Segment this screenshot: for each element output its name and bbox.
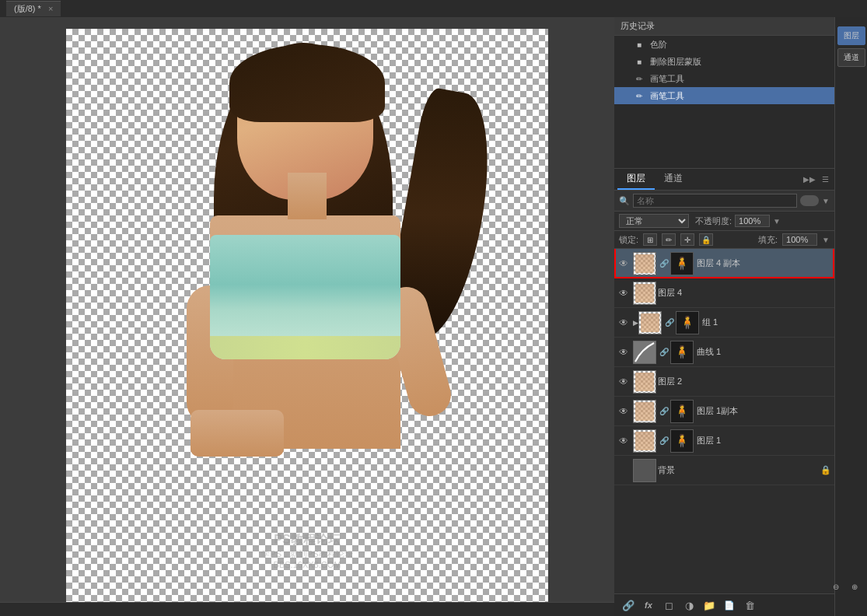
tab-channels[interactable]: 通道 [655, 169, 692, 190]
history-item-h1[interactable]: ■ 色阶 [614, 36, 834, 53]
canvas-image [66, 29, 548, 604]
lock-label: 锁定: [619, 234, 638, 246]
lock-row: 锁定: ⊞ ✏ ✛ 🔒 填充: ▼ [614, 231, 834, 249]
zoom-plus-icon[interactable]: ⊕ [848, 580, 861, 593]
layer-row-background[interactable]: 背景 🔒 [614, 456, 834, 485]
tab-close-button[interactable]: × [48, 4, 53, 13]
layer-eye-toggle[interactable] [617, 464, 630, 477]
layer-row-group_1[interactable]: 👁 ▶ 🔗 🧍 组 1 [614, 308, 834, 338]
layer-mask-thumb: 🧍 [676, 311, 699, 334]
blend-mode-row: 正常 不透明度: ▼ [614, 212, 834, 231]
history-item-icon: ■ [633, 38, 645, 51]
panel-menu-icon[interactable]: ☰ [819, 173, 831, 186]
fill-input[interactable] [782, 233, 817, 246]
search-filter-arrow[interactable]: ▼ [822, 197, 830, 205]
layer-eye-toggle[interactable]: 👁 [617, 317, 630, 329]
new-group-button[interactable]: 📁 [701, 597, 717, 613]
layer-link-icon[interactable]: 🔗 [664, 317, 675, 328]
layer-thumbnail [633, 400, 656, 423]
history-item-label: 画笔工具 [650, 73, 684, 85]
layer-eye-toggle[interactable]: 👁 [617, 405, 630, 418]
group-arrow-icon[interactable]: ▶ [633, 319, 638, 327]
layer-row-curves_1[interactable]: 👁 🔗 🧍 曲线 1 [614, 338, 834, 367]
layer-eye-toggle[interactable]: 👁 [617, 435, 630, 447]
document-tab[interactable]: (版/8) * × [6, 1, 61, 16]
lock-transparent-btn[interactable]: ⊞ [643, 233, 657, 246]
layer-row-layer_4_copy[interactable]: 👁 🔗 🧍 图层 4 副本 [614, 249, 834, 278]
fill-label: 填充: [758, 234, 778, 246]
layers-list: 👁 🔗 🧍 图层 4 副本 👁 图层 4 👁 ▶ 🔗 🧍 组 1 👁 [614, 249, 834, 593]
layer-row-layer_1_copy[interactable]: 👁 🔗 🧍 图层 1副本 [614, 397, 834, 426]
lock-all-btn[interactable]: 🔒 [699, 233, 713, 246]
layer-thumbnail [633, 459, 656, 482]
zoom-minus-icon[interactable]: ⊖ [830, 580, 842, 593]
top-bar: (版/8) * × [0, 0, 867, 17]
lock-fill-wrapper: 锁定: ⊞ ✏ ✛ 🔒 填充: ▼ [614, 231, 834, 249]
layer-name-label: 组 1 [702, 317, 831, 328]
tab-layers[interactable]: 图层 [617, 169, 655, 190]
fx-button[interactable]: fx [641, 597, 656, 613]
history-item-h4[interactable]: ✏ 画笔工具 [614, 87, 834, 104]
opacity-label: 不透明度: [695, 215, 732, 227]
layer-thumbnail [633, 370, 656, 394]
canvas-container [66, 29, 548, 604]
filter-toggle[interactable] [800, 195, 819, 206]
layer-link-icon[interactable]: 🔗 [659, 436, 669, 446]
delete-layer-button[interactable]: 🗑 [742, 597, 757, 613]
history-item-h2[interactable]: ■ 删除图层蒙版 [614, 53, 834, 70]
panel-channels-button[interactable]: 通道 [837, 48, 865, 67]
history-item-icon: ✏ [633, 72, 645, 85]
tab-title: (版/8) * [14, 4, 41, 13]
layer-row-layer_4[interactable]: 👁 图层 4 [614, 278, 834, 308]
panel-layers-button[interactable]: 图层 [837, 26, 865, 45]
panel-arrow-icon[interactable]: ▶▶ [803, 173, 816, 186]
layers-section: 图层 通道 ▶▶ ☰ 🔍 ▼ 正常 不透明度: ▼ 锁定: [614, 169, 834, 616]
lock-position-btn[interactable]: ✛ [680, 233, 694, 246]
layer-eye-toggle[interactable]: 👁 [617, 346, 630, 359]
layer-name-label: 背景 [658, 464, 817, 476]
layers-tab-right: ▶▶ ☰ [803, 173, 831, 186]
history-title: 历史记录 [621, 21, 655, 30]
layer-thumbnail [633, 341, 656, 364]
layer-link-icon[interactable]: 🔗 [659, 347, 669, 358]
layer-name-label: 曲线 1 [697, 346, 831, 358]
layer-thumbnail [633, 429, 656, 453]
search-icon: 🔍 [619, 196, 630, 206]
layer-eye-toggle[interactable]: 👁 [617, 376, 630, 388]
right-panel: 历史记录 ■ 色阶 ■ 删除图层蒙版 ✏ 画笔工具 ✏ 画笔工具 图层 通道 ▶… [614, 17, 834, 616]
history-items-list: ■ 色阶 ■ 删除图层蒙版 ✏ 画笔工具 ✏ 画笔工具 [614, 36, 834, 104]
layer-name-label: 图层 4 [658, 287, 831, 299]
opacity-arrow[interactable]: ▼ [773, 217, 781, 226]
layers-bottom-toolbar: 🔗 fx ◻ ◑ 📁 📄 🗑 [614, 593, 834, 616]
history-item-label: 色阶 [650, 39, 667, 51]
history-panel: 历史记录 ■ 色阶 ■ 删除图层蒙版 ✏ 画笔工具 ✏ 画笔工具 [614, 17, 834, 169]
layer-eye-toggle[interactable]: 👁 [617, 257, 630, 270]
opacity-input[interactable] [735, 215, 770, 227]
adjustment-button[interactable]: ◑ [681, 597, 697, 613]
layer-row-layer_1[interactable]: 👁 🔗 🧍 图层 1 [614, 426, 834, 456]
layers-search-input[interactable] [633, 194, 797, 208]
neck [288, 173, 327, 219]
layer-name-label: 图层 1副本 [697, 405, 831, 417]
history-item-h3[interactable]: ✏ 画笔工具 [614, 70, 834, 87]
panel-buttons: 图层 通道 [837, 26, 865, 68]
layer-eye-toggle[interactable]: 👁 [617, 287, 630, 299]
canvas-area: PS教程论坛 学PS，就到PS教程论坛 BBS.16XX8.COM [0, 17, 614, 616]
fill-arrow[interactable]: ▼ [822, 236, 830, 244]
layer-link-icon[interactable]: 🔗 [659, 406, 669, 417]
layer-name-label: 图层 4 副本 [697, 257, 831, 269]
history-item-icon: ✏ [633, 89, 645, 102]
blend-mode-select[interactable]: 正常 [619, 214, 689, 228]
layer-link-icon[interactable]: 🔗 [659, 258, 669, 269]
history-item-label: 画笔工具 [650, 90, 684, 102]
layer-thumbnail [633, 252, 656, 275]
bra-band [210, 336, 400, 359]
bottom-right-controls: ⊖ ⊕ [830, 580, 861, 593]
history-item-label: 删除图层蒙版 [650, 56, 701, 68]
new-layer-button[interactable]: 📄 [722, 597, 737, 613]
lock-pixels-btn[interactable]: ✏ [662, 233, 676, 246]
add-mask-button[interactable]: ◻ [661, 597, 676, 613]
link-button[interactable]: 🔗 [621, 597, 636, 613]
layer-row-layer_2[interactable]: 👁 图层 2 [614, 367, 834, 397]
bra [210, 235, 400, 359]
